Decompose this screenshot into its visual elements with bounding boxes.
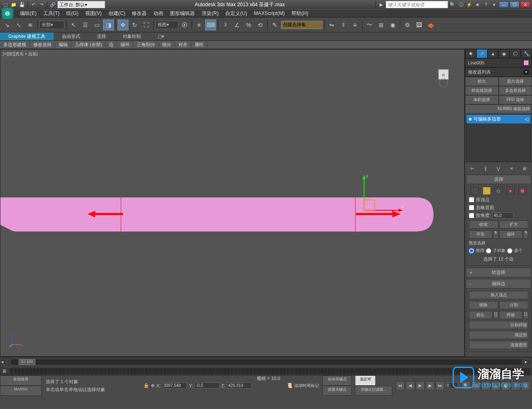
nav-pan-icon[interactable]: ✋ bbox=[501, 381, 510, 390]
viewport[interactable]: [+][前][真实 + 边面] 前 y x bbox=[0, 49, 465, 357]
mod-btn-patch-sel[interactable]: 面片选择 bbox=[499, 77, 532, 86]
sel-lock-dropdown[interactable]: 选定对 bbox=[355, 375, 376, 386]
menu-group[interactable]: 组(G) bbox=[63, 9, 81, 18]
unlink-icon[interactable]: ⤡ bbox=[13, 20, 24, 30]
close-button[interactable]: ✕ bbox=[520, 1, 530, 8]
subobj-vertex-icon[interactable]: ⋮ bbox=[470, 187, 479, 195]
check-ignore-back[interactable] bbox=[469, 205, 474, 210]
sr-geometry[interactable]: 几何体 (全部) bbox=[71, 41, 106, 49]
maximize-button[interactable]: ☐ bbox=[510, 1, 520, 8]
time-slider[interactable]: 0 / 100 bbox=[10, 359, 522, 365]
track-ruler[interactable] bbox=[10, 368, 530, 374]
subobj-polygon-icon[interactable]: ■ bbox=[506, 187, 515, 195]
select-link-icon[interactable]: ↘ bbox=[2, 20, 12, 30]
goto-end-icon[interactable]: ⏭ bbox=[436, 381, 445, 390]
favorite-icon[interactable]: ★ bbox=[474, 1, 481, 8]
layer-manager-icon[interactable]: ≡ bbox=[350, 20, 360, 30]
render-frame-icon[interactable]: 🖼 bbox=[414, 20, 424, 30]
loop-spinner[interactable]: ⇅ bbox=[523, 230, 528, 239]
percent-snap-icon[interactable]: % bbox=[243, 20, 254, 30]
window-crossing-icon[interactable]: ◨ bbox=[103, 20, 114, 30]
auto-key-button[interactable]: 自动关键点 bbox=[323, 375, 352, 386]
select-object-icon[interactable]: ↖ bbox=[68, 20, 79, 30]
viewcube[interactable]: 前 bbox=[431, 62, 456, 87]
set-key-button[interactable]: 设置关键点 bbox=[323, 386, 352, 396]
show-result-icon[interactable]: ∥ bbox=[482, 165, 489, 172]
timeline-end-icon[interactable]: ▸ bbox=[525, 359, 531, 365]
ribbon-paint[interactable]: 对象绘制 bbox=[114, 32, 149, 40]
subobj-element-icon[interactable]: ⬢ bbox=[518, 187, 527, 195]
btn-target-weld[interactable]: 目标焊接 bbox=[469, 321, 528, 329]
align-icon[interactable]: ⫴ bbox=[338, 20, 349, 30]
scale-icon[interactable]: ⛶ bbox=[141, 20, 152, 30]
mod-btn-poly-sel[interactable]: 多边形选择 bbox=[499, 86, 532, 95]
menu-graph[interactable]: 图形编辑器 bbox=[167, 9, 198, 18]
extrude-settings-icon[interactable]: ◻ bbox=[493, 311, 498, 319]
goto-start-icon[interactable]: ⏮ bbox=[396, 381, 405, 390]
btn-loop[interactable]: 循环 bbox=[499, 230, 523, 239]
app-icon[interactable]: ⊝ bbox=[2, 7, 13, 19]
btn-weld[interactable]: 焊接 bbox=[499, 311, 523, 319]
nav-zoom-icon[interactable]: 🔍 bbox=[461, 381, 470, 390]
ref-coord-dropdown[interactable]: 视图 ▾ bbox=[155, 21, 178, 29]
check-by-angle[interactable] bbox=[469, 213, 474, 218]
ribbon-expand-icon[interactable]: ▢▾ bbox=[149, 33, 172, 40]
menu-animation[interactable]: 动画 bbox=[150, 9, 167, 18]
btn-extrude-edge[interactable]: 挤出 bbox=[469, 311, 493, 319]
utilities-tab-icon[interactable]: 🔧 bbox=[521, 49, 532, 58]
sr-subdivide[interactable]: 细分 bbox=[159, 41, 175, 49]
rotate-icon[interactable]: ↻ bbox=[129, 20, 140, 30]
modifier-list-dropdown[interactable]: 修改器列表 bbox=[465, 67, 532, 77]
btn-grow[interactable]: 扩大 bbox=[499, 220, 529, 229]
comm-icon[interactable]: ⚡ bbox=[466, 1, 473, 8]
prev-frame-icon[interactable]: ◀ bbox=[406, 381, 415, 390]
object-color-swatch[interactable] bbox=[523, 60, 529, 66]
ribbon-graphite[interactable]: Graphite 建模工具 bbox=[0, 32, 54, 40]
stack-editable-poly[interactable]: 可编辑多边形◁ bbox=[466, 115, 531, 123]
manipulate-icon[interactable]: ⚹ bbox=[194, 20, 204, 30]
nav-zoom-extents-icon[interactable]: ⛶ bbox=[481, 381, 490, 390]
mod-btn-extrude[interactable]: 挤出 bbox=[465, 77, 499, 86]
btn-insert-vertex[interactable]: 插入顶点 bbox=[469, 291, 528, 299]
add-time-tag[interactable]: 添加时间标记 bbox=[294, 383, 319, 389]
maxscript-label[interactable]: MAXSci bbox=[0, 386, 42, 396]
menu-create[interactable]: 创建(C) bbox=[105, 9, 129, 18]
mod-btn-spline-sel[interactable]: 样条线选择 bbox=[465, 86, 499, 95]
nav-zoom-all-icon[interactable]: ⊡ bbox=[471, 381, 480, 390]
render-setup-icon[interactable]: ⚙ bbox=[402, 20, 413, 30]
undo-icon[interactable]: ↶ bbox=[30, 1, 37, 8]
coord-z-input[interactable] bbox=[227, 382, 252, 389]
minimize-button[interactable]: — bbox=[499, 1, 509, 8]
menu-custom[interactable]: 自定义(U) bbox=[222, 9, 251, 18]
angle-snap-icon[interactable]: ∠ bbox=[232, 20, 242, 30]
frame-input[interactable] bbox=[446, 382, 458, 389]
radio-disabled[interactable] bbox=[469, 248, 474, 254]
coord-mode-icon[interactable]: ⊕ bbox=[151, 383, 155, 388]
remove-mod-icon[interactable]: ✕ bbox=[508, 165, 515, 172]
ribbon-freeform[interactable]: 自由形式 bbox=[54, 32, 89, 40]
angle-spinner[interactable] bbox=[493, 212, 513, 219]
sr-properties[interactable]: 属性 bbox=[191, 41, 207, 49]
redo-icon[interactable]: ↷ bbox=[38, 1, 45, 8]
schematic-icon[interactable]: ⊞ bbox=[376, 20, 387, 30]
hierarchy-tab-icon[interactable]: ▲ bbox=[488, 49, 499, 58]
next-frame-icon[interactable]: ▶ bbox=[426, 381, 435, 390]
rollout-edit-edge-header[interactable]: 编辑边 bbox=[466, 279, 531, 288]
time-marker[interactable]: 0 / 100 bbox=[19, 359, 35, 365]
subobj-edge-icon[interactable]: ◁ bbox=[483, 187, 491, 195]
weld-settings-icon[interactable]: ◻ bbox=[523, 311, 528, 319]
info-icon[interactable]: ⓘ bbox=[457, 1, 465, 8]
save-file-icon[interactable]: 💾 bbox=[18, 1, 26, 8]
unique-icon[interactable]: ⋁ bbox=[495, 165, 502, 172]
subobj-border-icon[interactable]: ◇ bbox=[494, 187, 502, 195]
search-input[interactable] bbox=[386, 1, 448, 8]
search-icon[interactable]: 🔍 bbox=[449, 1, 456, 8]
motion-tab-icon[interactable]: ◉ bbox=[498, 49, 510, 58]
create-tab-icon[interactable]: ✹ bbox=[465, 49, 476, 58]
workspace-dropdown[interactable]: 工作台: 默认 ▾ bbox=[57, 1, 105, 8]
btn-shrink[interactable]: 收缩 bbox=[469, 220, 498, 229]
btn-ring[interactable]: 环形 bbox=[469, 230, 493, 239]
track-config-icon[interactable]: ⊞ bbox=[0, 368, 8, 374]
sr-loop[interactable]: 循环 bbox=[117, 41, 133, 49]
nav-orbit-icon[interactable]: ⟲ bbox=[511, 381, 520, 390]
